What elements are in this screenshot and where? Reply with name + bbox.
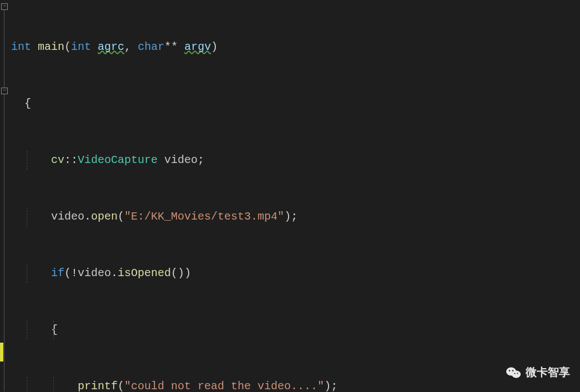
wechat-icon — [506, 366, 521, 379]
fold-minus-icon[interactable]: − — [1, 3, 8, 10]
fold-guide-line — [4, 94, 4, 391]
code-line: cv::VideoCapture video; — [11, 151, 580, 170]
code-editor[interactable]: int main(int agrc, char** argv) { cv::Vi… — [11, 0, 580, 392]
change-marker — [0, 343, 3, 362]
fold-minus-icon[interactable]: − — [1, 88, 8, 94]
code-line: video.open("E:/KK_Movies/test3.mp4"); — [11, 207, 580, 226]
gutter: − − — [0, 0, 10, 392]
code-line: if(!video.isOpened()) — [11, 264, 580, 283]
fold-guide-line — [4, 10, 4, 88]
svg-point-4 — [509, 370, 511, 371]
watermark: 微卡智享 — [506, 365, 570, 380]
svg-point-7 — [517, 373, 518, 374]
code-line: { — [11, 320, 580, 339]
svg-point-6 — [514, 373, 515, 374]
watermark-text: 微卡智享 — [526, 365, 570, 380]
code-line: printf("could not read the video...."); — [11, 377, 580, 392]
code-line: int main(int agrc, char** argv) — [11, 38, 580, 57]
code-line: { — [11, 94, 580, 113]
svg-point-3 — [512, 370, 521, 378]
svg-point-5 — [512, 370, 514, 371]
